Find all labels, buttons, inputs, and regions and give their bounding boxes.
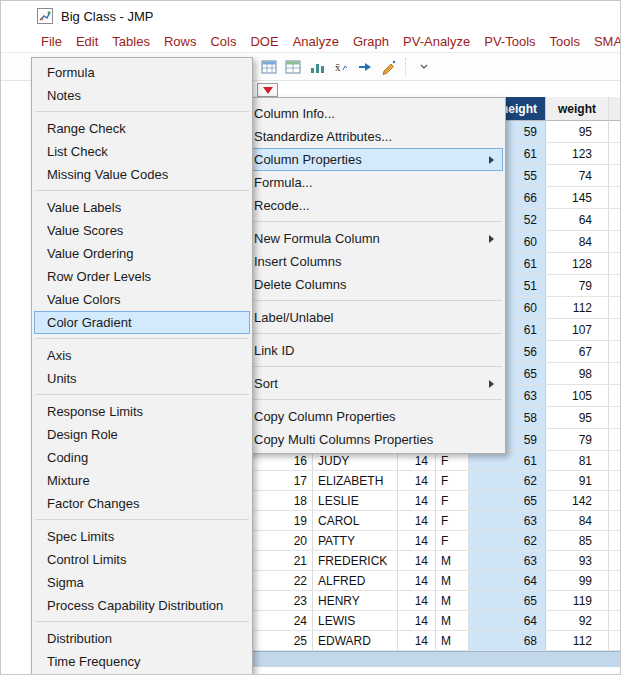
table-row[interactable]: 20 PATTY 14 F 62 85: [253, 531, 621, 551]
summary-table-icon[interactable]: [282, 56, 304, 78]
menubar-item[interactable]: Tools: [543, 34, 587, 49]
column-context-menu: Column Info... Standardize Attributes...…: [238, 97, 506, 454]
menu-item-notes[interactable]: Notes: [34, 84, 250, 107]
menubar-item[interactable]: Tables: [105, 34, 157, 49]
weight-cell: 91: [546, 471, 609, 490]
menubar-item[interactable]: SMART: [587, 34, 621, 49]
weight-cell: 81: [546, 451, 609, 470]
menu-item-value-colors[interactable]: Value Colors: [34, 288, 250, 311]
menu-item-column-info[interactable]: Column Info...: [241, 102, 503, 125]
menubar-item[interactable]: Graph: [346, 34, 396, 49]
menu-item-column-properties[interactable]: Column Properties: [241, 148, 503, 171]
menubar-item[interactable]: PV-Analyze: [396, 34, 477, 49]
menu-item-spec-limits[interactable]: Spec Limits: [34, 525, 250, 548]
menu-item-factor-changes[interactable]: Factor Changes: [34, 492, 250, 515]
menubar-item[interactable]: Edit: [69, 34, 105, 49]
horizontal-scrollbar[interactable]: [253, 651, 621, 667]
menu-separator: [35, 621, 249, 622]
filler-cell: [609, 631, 621, 650]
menu-item-delete-columns[interactable]: Delete Columns: [241, 273, 503, 296]
age-cell: 14: [398, 531, 436, 550]
menu-item-sort[interactable]: Sort: [241, 372, 503, 395]
header-filler: [609, 97, 621, 121]
menu-item-time-frequency[interactable]: Time Frequency: [34, 650, 250, 673]
sex-cell: M: [436, 631, 469, 650]
row-number-cell: 24: [253, 611, 313, 630]
menu-item-standardize-attributes[interactable]: Standardize Attributes...: [241, 125, 503, 148]
menu-item-mixture[interactable]: Mixture: [34, 469, 250, 492]
menu-item-axis[interactable]: Axis: [34, 344, 250, 367]
menu-item-sigma[interactable]: Sigma: [34, 571, 250, 594]
filler-cell: [609, 319, 621, 340]
jmp-window: Big Class - JMP FileEditTablesRowsColsDO…: [0, 0, 621, 675]
bar-chart-icon[interactable]: [306, 56, 328, 78]
menubar-item[interactable]: Rows: [157, 34, 204, 49]
menu-item-coding[interactable]: Coding: [34, 446, 250, 469]
menu-separator: [35, 394, 249, 395]
menubar-item[interactable]: Analyze: [286, 34, 346, 49]
menu-item-missing-value-codes[interactable]: Missing Value Codes: [34, 163, 250, 186]
name-cell: LEWIS: [313, 611, 398, 630]
menubar-item[interactable]: DOE: [243, 34, 285, 49]
menu-item-range-check[interactable]: Range Check: [34, 117, 250, 140]
table-row[interactable]: 23 HENRY 14 M 65 119: [253, 591, 621, 611]
menu-item-insert-columns[interactable]: Insert Columns: [241, 250, 503, 273]
filler-cell: [609, 571, 621, 590]
menu-item-units[interactable]: Units: [34, 367, 250, 390]
height-cell: 65: [469, 591, 546, 610]
row-number-cell: 18: [253, 491, 313, 510]
menu-item-value-ordering[interactable]: Value Ordering: [34, 242, 250, 265]
filler-cell: [609, 611, 621, 630]
table-row[interactable]: 19 CAROL 14 F 63 84: [253, 511, 621, 531]
data-table-icon[interactable]: [258, 56, 280, 78]
control-chart-icon[interactable]: x̄: [330, 56, 352, 78]
menu-item-copy-column-properties[interactable]: Copy Column Properties: [241, 405, 503, 428]
age-cell: 14: [398, 551, 436, 570]
menu-item-copy-multi-columns-properties[interactable]: Copy Multi Columns Properties: [241, 428, 503, 451]
menubar-item[interactable]: File: [34, 34, 69, 49]
menu-item-formula[interactable]: Formula: [34, 61, 250, 84]
menu-item-process-capability-distribution[interactable]: Process Capability Distribution: [34, 594, 250, 617]
menu-item-list-check[interactable]: List Check: [34, 140, 250, 163]
name-cell: ALFRED: [313, 571, 398, 590]
menu-item-row-order-levels[interactable]: Row Order Levels: [34, 265, 250, 288]
height-cell: 62: [469, 531, 546, 550]
menu-item-link-id[interactable]: Link ID: [241, 339, 503, 362]
formula-pencil-icon[interactable]: [378, 56, 400, 78]
menu-item-distribution[interactable]: Distribution: [34, 627, 250, 650]
table-row[interactable]: 22 ALFRED 14 M 64 99: [253, 571, 621, 591]
table-row[interactable]: 25 EDWARD 14 M 68 112: [253, 631, 621, 651]
table-row[interactable]: 18 LESLIE 14 F 65 142: [253, 491, 621, 511]
submenu-arrow-icon: [489, 235, 494, 243]
menu-item-design-role[interactable]: Design Role: [34, 423, 250, 446]
menu-item-recode[interactable]: Recode...: [241, 194, 503, 217]
menu-item-label-unlabel[interactable]: Label/Unlabel: [241, 306, 503, 329]
menu-item-response-limits[interactable]: Response Limits: [34, 400, 250, 423]
menubar-item[interactable]: Cols: [203, 34, 243, 49]
age-cell: 14: [398, 491, 436, 510]
menu-item-color-gradient[interactable]: Color Gradient: [34, 311, 250, 334]
menu-item-control-limits[interactable]: Control Limits: [34, 548, 250, 571]
table-row[interactable]: 21 FREDERICK 14 M 63 93: [253, 551, 621, 571]
submenu-arrow-icon: [489, 380, 494, 388]
height-cell: 65: [469, 491, 546, 510]
table-row[interactable]: 16 JUDY 14 F 61 81: [253, 451, 621, 471]
column-menu-button[interactable]: [257, 83, 278, 97]
menu-item-value-scores[interactable]: Value Scores: [34, 219, 250, 242]
sex-cell: F: [436, 511, 469, 530]
table-row[interactable]: 17 ELIZABETH 14 F 62 91: [253, 471, 621, 491]
run-script-icon[interactable]: [354, 56, 376, 78]
menu-separator: [35, 519, 249, 520]
age-cell: 14: [398, 571, 436, 590]
toolbar-overflow-chevron-icon[interactable]: [413, 56, 435, 78]
weight-cell: 112: [546, 297, 609, 318]
weight-column-header[interactable]: weight: [546, 97, 609, 121]
weight-cell: 67: [546, 341, 609, 362]
table-row[interactable]: 24 LEWIS 14 M 64 92: [253, 611, 621, 631]
filler-cell: [609, 491, 621, 510]
menu-item-formula-dialog[interactable]: Formula...: [241, 171, 503, 194]
menu-item-new-formula-column[interactable]: New Formula Column: [241, 227, 503, 250]
menu-item-value-labels[interactable]: Value Labels: [34, 196, 250, 219]
menubar-item[interactable]: PV-Tools: [477, 34, 542, 49]
age-cell: 14: [398, 591, 436, 610]
